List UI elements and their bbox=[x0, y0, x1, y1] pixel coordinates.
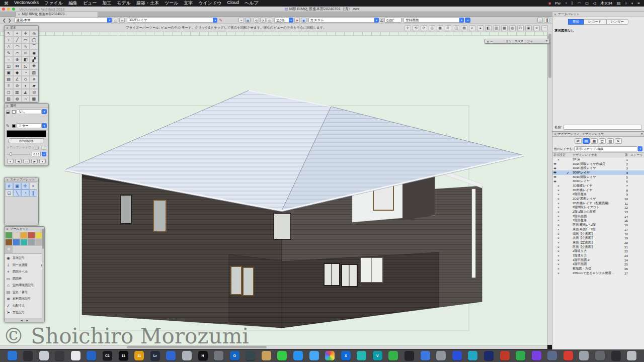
fill-bucket-icon[interactable]: ⬓ bbox=[6, 110, 11, 114]
navigation-mode-button[interactable]: ➤ bbox=[615, 138, 622, 144]
dock-app-icon[interactable] bbox=[388, 351, 398, 360]
tool-button[interactable]: ▩ bbox=[30, 96, 38, 102]
hidden-x-icon[interactable]: × bbox=[557, 262, 559, 266]
dock-app-icon[interactable] bbox=[357, 351, 366, 360]
tool-button[interactable]: ▞ bbox=[30, 56, 38, 63]
dock-app-icon[interactable] bbox=[8, 351, 17, 360]
layer-visibility-cell[interactable]: ◉× bbox=[553, 228, 567, 231]
tool-button[interactable]: ◧ bbox=[22, 56, 30, 63]
eye-icon[interactable]: ◉ bbox=[553, 167, 556, 169]
column-number[interactable]: 番 bbox=[620, 153, 628, 157]
toolset-tool-item[interactable]: ≣ 材料図示記号 bbox=[5, 296, 44, 303]
layer-row[interactable]: ◉× ✓ 3D1Fレイヤ 6 bbox=[552, 179, 644, 184]
layer-row[interactable]: ◉× ✓ 2階部屋名 9 bbox=[552, 193, 644, 197]
layer-visibility-cell[interactable]: ◉× bbox=[553, 245, 567, 249]
layer-row[interactable]: ◉× ✓ 南面【立面図】 18 bbox=[552, 232, 644, 236]
status-icon[interactable]: ◁ bbox=[593, 1, 596, 6]
dock-app-icon[interactable] bbox=[452, 351, 462, 360]
layer-visibility-cell[interactable]: ◉× bbox=[553, 189, 567, 192]
layer-row[interactable]: ◉× ✓ 455mmで走るロジクル動画… 27 bbox=[552, 271, 644, 276]
layer-visibility-cell[interactable]: ◉× bbox=[553, 223, 567, 227]
mode-icon-button[interactable]: ⊞ bbox=[445, 25, 451, 31]
toolset-tool-item[interactable]: ⍊ 同一点測量 ▶ bbox=[5, 262, 44, 269]
hidden-x-icon[interactable]: × bbox=[557, 158, 559, 161]
menu-item[interactable]: 文字 bbox=[184, 0, 193, 7]
tool-button[interactable]: ⋈ bbox=[13, 63, 22, 69]
snap-toggle-button[interactable]: ✛ bbox=[21, 183, 29, 190]
status-icon[interactable]: ◔ bbox=[565, 1, 567, 6]
snap-toggle-button[interactable]: ◔ bbox=[21, 190, 29, 197]
tool-button[interactable]: ≡ bbox=[5, 82, 13, 89]
print-button[interactable]: ⌸ bbox=[238, 18, 244, 23]
layer-name[interactable]: 2D外構レイヤ（配置図用） bbox=[573, 201, 620, 206]
fill-style-dropdown[interactable]: なし bbox=[17, 109, 42, 114]
layer-row[interactable]: ◉× ✓ 2階間取レイアウト 12 bbox=[552, 206, 644, 210]
layer-name[interactable]: 1階平面図 bbox=[573, 262, 620, 266]
layer-name[interactable]: 2階部屋名 bbox=[573, 192, 620, 197]
dock-app-icon[interactable] bbox=[547, 351, 557, 360]
hidden-x-icon[interactable]: × bbox=[557, 245, 559, 249]
dock-app-icon[interactable] bbox=[516, 351, 525, 360]
toolset-category-button[interactable] bbox=[5, 239, 13, 246]
add-view-button[interactable]: + bbox=[465, 18, 470, 23]
menu-item[interactable]: ウインドウ bbox=[198, 0, 221, 7]
toolset-category-button[interactable] bbox=[28, 232, 35, 239]
hidden-x-icon[interactable]: × bbox=[557, 223, 559, 227]
layer-row[interactable]: ◉× ✓ 1階部屋名 15 bbox=[552, 219, 644, 223]
dock-app-icon[interactable] bbox=[421, 351, 430, 360]
layer-visibility-cell[interactable]: ◉× bbox=[553, 170, 567, 174]
tool-button[interactable]: ╱ bbox=[13, 37, 22, 43]
layer-name[interactable]: 1階平面図-2 bbox=[573, 258, 620, 262]
mode-icon-button[interactable]: ▥ bbox=[493, 25, 500, 31]
dock-app-icon[interactable] bbox=[436, 351, 446, 360]
layer-row[interactable]: ◉× ✓ 北面【立面図】 19 bbox=[552, 236, 644, 240]
tool-button[interactable]: ✛ bbox=[22, 30, 30, 37]
toolset-tool-item[interactable]: ▤ 室名・番号 bbox=[5, 289, 44, 296]
dock-app-icon[interactable] bbox=[579, 351, 589, 360]
mode-icon-button[interactable]: ≡ bbox=[533, 25, 540, 31]
layer-row[interactable]: ◉× ✓ 2階平面図 14 bbox=[552, 214, 644, 219]
navigation-mode-button[interactable]: ▤ bbox=[583, 138, 590, 144]
toolset-tool-item[interactable]: ⌂ 室内環境図記号 bbox=[5, 282, 44, 289]
pen-color-swatch[interactable] bbox=[12, 124, 16, 128]
dock-app-icon[interactable] bbox=[39, 351, 49, 360]
layer-visibility-button[interactable]: ◫ bbox=[113, 18, 118, 23]
menubar-icon[interactable]: ◐ bbox=[631, 1, 633, 6]
navigation-mode-button[interactable]: ▧ bbox=[607, 138, 614, 144]
hidden-x-icon[interactable]: × bbox=[557, 202, 559, 205]
dock-app-icon[interactable] bbox=[293, 351, 303, 360]
attribute-nav-button[interactable]: ▾ bbox=[39, 159, 46, 163]
dropshadow-options[interactable]: — bbox=[41, 146, 46, 150]
visibility-eye-button[interactable]: ◉ bbox=[301, 18, 306, 23]
edit-pen-icon[interactable]: ✎ bbox=[219, 18, 222, 23]
mode-icon-button[interactable]: ◎ bbox=[429, 25, 435, 31]
tool-button[interactable]: ◭ bbox=[22, 89, 30, 96]
toolset-category-button[interactable] bbox=[5, 232, 13, 239]
fill-swatch[interactable] bbox=[12, 110, 16, 114]
panel-toggle-button[interactable]: ▐ bbox=[544, 18, 549, 23]
hidden-x-icon[interactable]: × bbox=[557, 254, 559, 257]
tool-button[interactable]: ✎ bbox=[5, 50, 13, 56]
attribute-nav-button[interactable]: ◀ bbox=[15, 159, 22, 163]
layer-name[interactable]: 2F 床 bbox=[573, 157, 620, 162]
class-dropdown-arrow[interactable]: ▾ bbox=[107, 18, 112, 23]
dock-app-icon[interactable] bbox=[246, 351, 255, 360]
fill-dropdown-arrow[interactable]: ▾ bbox=[42, 109, 47, 114]
tool-button[interactable]: ◉ bbox=[30, 50, 38, 56]
eye-icon[interactable]: ◉ bbox=[553, 180, 556, 183]
tool-button[interactable]: # bbox=[30, 76, 38, 82]
tool-button[interactable]: ⌂ bbox=[22, 96, 30, 102]
dock-app-icon[interactable] bbox=[182, 351, 192, 360]
layer-name[interactable]: 2階遣り方 bbox=[573, 249, 620, 253]
tab-close-icon[interactable]: ✕ bbox=[18, 13, 20, 17]
layer-row[interactable]: ◉× ✓ 3D2Fレイヤ 4 bbox=[552, 170, 644, 175]
hidden-x-icon[interactable]: × bbox=[557, 258, 559, 262]
mode-icon-button[interactable]: ◔ bbox=[541, 25, 548, 31]
tool-button[interactable]: ⌖ bbox=[13, 30, 22, 37]
resource-manager-bar[interactable]: ✕ ─ リソースマネージャ ? bbox=[485, 39, 549, 44]
layer-visibility-cell[interactable]: ◉× bbox=[553, 206, 567, 209]
layer-name[interactable]: 3D外構レイヤ bbox=[573, 188, 620, 193]
attribute-nav-button[interactable]: ▶ bbox=[31, 159, 38, 163]
menubar-icon[interactable]: ≡ bbox=[637, 1, 640, 6]
layer-visibility-cell[interactable]: ◉× bbox=[553, 219, 567, 222]
